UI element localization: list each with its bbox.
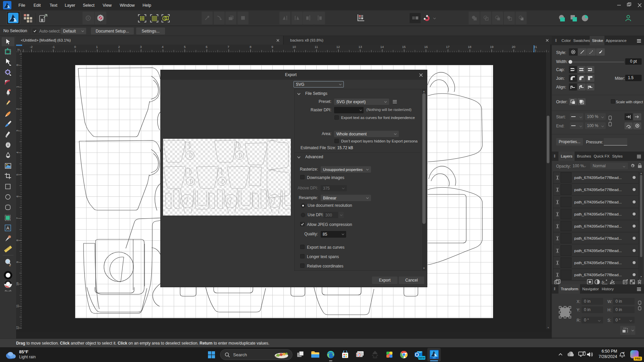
svg-text:A: A (6, 226, 9, 231)
svg-text:fx: fx (602, 280, 604, 284)
svg-text:z: z (624, 351, 625, 353)
